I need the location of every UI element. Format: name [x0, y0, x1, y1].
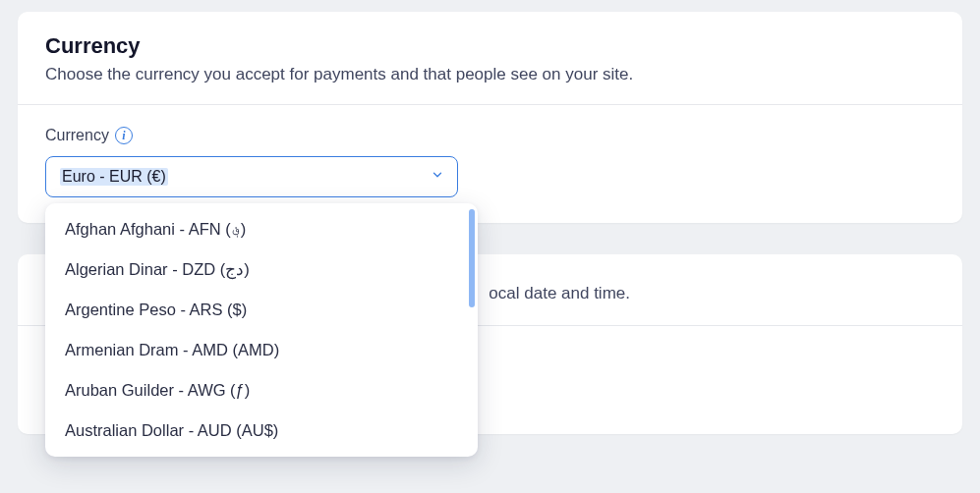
currency-card-body: Currency i Euro - EUR (€) Afghan Afghani…	[18, 105, 962, 223]
info-icon[interactable]: i	[115, 127, 133, 144]
currency-select-input[interactable]: Euro - EUR (€)	[45, 156, 458, 197]
dropdown-scrollbar[interactable]	[469, 209, 475, 451]
currency-card-header: Currency Choose the currency you accept …	[18, 12, 962, 105]
currency-select[interactable]: Euro - EUR (€) Afghan Afghani - AFN (؋) …	[45, 156, 458, 197]
chevron-down-icon	[431, 168, 444, 186]
currency-field-label-row: Currency i	[45, 127, 935, 144]
currency-title: Currency	[45, 33, 935, 59]
currency-dropdown-list[interactable]: Afghan Afghani - AFN (؋) Algerian Dinar …	[45, 209, 472, 451]
currency-option[interactable]: Australian Dollar - AUD (AU$)	[45, 411, 466, 451]
currency-selected-value: Euro - EUR (€)	[60, 168, 168, 186]
currency-field-label: Currency	[45, 127, 109, 144]
currency-option[interactable]: Armenian Dram - AMD (AMD)	[45, 330, 466, 370]
currency-settings-card: Currency Choose the currency you accept …	[18, 12, 962, 223]
currency-subtitle: Choose the currency you accept for payme…	[45, 65, 935, 84]
currency-option[interactable]: Argentine Peso - ARS ($)	[45, 290, 466, 330]
currency-option[interactable]: Aruban Guilder - AWG (ƒ)	[45, 370, 466, 411]
currency-option[interactable]: Afghan Afghani - AFN (؋)	[45, 209, 466, 249]
currency-option[interactable]: Algerian Dinar - DZD (دج)	[45, 249, 466, 290]
dropdown-scrollbar-thumb[interactable]	[469, 209, 475, 307]
currency-dropdown: Afghan Afghani - AFN (؋) Algerian Dinar …	[45, 203, 478, 457]
